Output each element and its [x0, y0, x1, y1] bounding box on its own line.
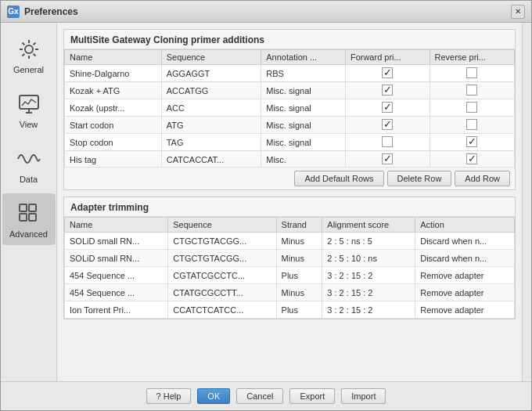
reverse-checkbox[interactable] [466, 102, 477, 113]
cell-score: 3 : 2 : 15 : 2 [322, 284, 415, 301]
table-row[interactable]: Ion Torrent Pri... CCTCTCTATGG... Minus … [65, 319, 515, 319]
adapter-table-wrapper[interactable]: Name Sequence Strand Alignment score Act… [64, 217, 515, 319]
cell-score: 3 : 2 : 15 : 2 [322, 301, 415, 319]
cell-forward[interactable] [345, 99, 430, 117]
reverse-checkbox[interactable] [466, 67, 477, 78]
ok-button[interactable]: OK [197, 388, 230, 404]
col-adapter-action: Action [415, 218, 515, 233]
cell-name: Stop codon [65, 134, 162, 151]
table-row[interactable]: Start codon ATG Misc. signal [65, 117, 515, 134]
cell-name: SOLiD small RN... [65, 250, 168, 267]
cell-annotation: Misc. signal [261, 117, 346, 134]
data-label: Data [20, 175, 38, 184]
reverse-checkbox[interactable] [466, 153, 477, 164]
table-row[interactable]: Kozak (upstr... ACC Misc. signal [65, 99, 515, 117]
cell-score: 2 : 5 : 10 : ns [322, 250, 415, 267]
forward-checkbox[interactable] [382, 119, 393, 130]
main-content: General View [1, 23, 531, 381]
table-row[interactable]: Ion Torrent Pri... CCATCTCATCC... Plus 3… [65, 301, 515, 319]
cell-forward[interactable] [345, 65, 430, 82]
cell-name: 454 Sequence ... [65, 284, 168, 301]
cell-annotation: Misc. signal [261, 134, 346, 151]
cell-name: Kozak + ATG [65, 82, 162, 99]
cell-reverse[interactable] [430, 117, 515, 134]
sidebar-item-data[interactable]: Data [2, 139, 56, 190]
cell-reverse[interactable] [430, 82, 515, 99]
table-row[interactable]: 454 Sequence ... CGTATCGCCTC... Plus 3 :… [65, 267, 515, 284]
cell-strand: Plus [276, 267, 322, 284]
reverse-checkbox[interactable] [466, 85, 477, 96]
cell-name: Kozak (upstr... [65, 99, 162, 117]
cell-annotation: Misc. signal [261, 99, 346, 117]
cell-name: Shine-Dalgarno [65, 65, 162, 82]
forward-checkbox[interactable] [382, 67, 393, 78]
reverse-checkbox[interactable] [466, 119, 477, 130]
table-row[interactable]: SOLiD small RN... CTGCTGTACGG... Minus 2… [65, 250, 515, 267]
forward-checkbox[interactable] [382, 136, 393, 147]
delete-row-button[interactable]: Delete Row [387, 171, 452, 186]
import-button[interactable]: Import [341, 388, 386, 404]
cell-sequence: CGTATCGCCTC... [168, 267, 276, 284]
table-row[interactable]: Kozak + ATG ACCATGG Misc. signal [65, 82, 515, 99]
multisite-section: MultiSite Gateway Cloning primer additio… [63, 29, 516, 190]
cell-strand: Minus [276, 250, 322, 267]
sidebar-item-general[interactable]: General [2, 29, 56, 81]
help-button[interactable]: ? Help [146, 388, 192, 404]
cell-sequence: CATCACCAT... [161, 151, 261, 168]
cell-action: Remove adapter [415, 319, 515, 319]
cell-name: 454 Sequence ... [65, 267, 168, 284]
cell-reverse[interactable] [430, 134, 515, 151]
table-row[interactable]: Stop codon TAG Misc. signal [65, 134, 515, 151]
cell-name: Ion Torrent Pri... [65, 301, 168, 319]
right-scrollbar[interactable] [522, 23, 531, 381]
col-forward: Forward pri... [345, 50, 430, 65]
content-area: MultiSite Gateway Cloning primer additio… [57, 23, 522, 381]
table-row[interactable]: SOLiD small RN... CTGCTGTACGG... Minus 2… [65, 233, 515, 250]
svg-rect-6 [20, 214, 27, 221]
export-button[interactable]: Export [289, 388, 335, 404]
cell-sequence: TAG [161, 134, 261, 151]
cell-reverse[interactable] [430, 65, 515, 82]
cell-annotation: RBS [261, 65, 346, 82]
svg-rect-7 [29, 214, 36, 221]
cell-reverse[interactable] [430, 99, 515, 117]
cell-sequence: ACC [161, 99, 261, 117]
cell-forward[interactable] [345, 151, 430, 168]
sidebar-item-advanced[interactable]: Advanced [2, 193, 56, 245]
cell-forward[interactable] [345, 117, 430, 134]
col-sequence: Sequence [161, 50, 261, 65]
cell-forward[interactable] [345, 134, 430, 151]
cell-name: Ion Torrent Pri... [65, 319, 168, 319]
col-adapter-strand: Strand [276, 218, 322, 233]
table-row[interactable]: Shine-Dalgarno AGGAGGT RBS [65, 65, 515, 82]
col-name: Name [65, 50, 162, 65]
add-row-button[interactable]: Add Row [455, 171, 510, 186]
cell-sequence: CTATGCGCCTT... [168, 284, 276, 301]
gear-icon [15, 35, 43, 63]
svg-rect-5 [29, 204, 36, 211]
table-row[interactable]: 454 Sequence ... CTATGCGCCTT... Minus 3 … [65, 284, 515, 301]
col-adapter-name: Name [65, 218, 168, 233]
reverse-checkbox[interactable] [466, 136, 477, 147]
forward-checkbox[interactable] [382, 102, 393, 113]
col-reverse: Reverse pri... [430, 50, 515, 65]
multisite-table-wrapper[interactable]: Name Sequence Annotation ... Forward pri… [64, 49, 515, 167]
table-row[interactable]: His tag CATCACCAT... Misc. [65, 151, 515, 168]
multisite-table: Name Sequence Annotation ... Forward pri… [64, 49, 515, 167]
forward-checkbox[interactable] [382, 153, 393, 164]
view-label: View [20, 120, 38, 129]
svg-rect-4 [20, 204, 27, 211]
cancel-button[interactable]: Cancel [236, 388, 283, 404]
cell-forward[interactable] [345, 82, 430, 99]
sidebar-item-view[interactable]: View [2, 84, 56, 135]
cell-action: Discard when n... [415, 233, 515, 250]
cell-reverse[interactable] [430, 151, 515, 168]
app-icon: Gx [7, 5, 20, 18]
general-label: General [13, 65, 44, 74]
adapter-table: Name Sequence Strand Alignment score Act… [64, 217, 515, 319]
close-button[interactable]: ✕ [511, 5, 525, 19]
forward-checkbox[interactable] [382, 85, 393, 96]
title-bar: Gx Preferences ✕ [1, 1, 531, 23]
add-default-rows-button[interactable]: Add Default Rows [294, 171, 383, 186]
cell-sequence: ACCATGG [161, 82, 261, 99]
